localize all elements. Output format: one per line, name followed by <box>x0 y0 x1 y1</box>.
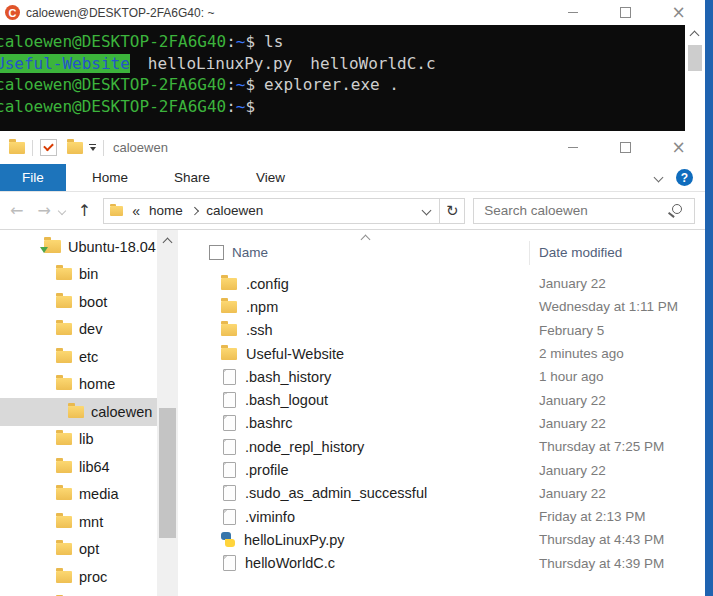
command-ls: ls <box>264 32 283 51</box>
sidebar-item-home[interactable]: home <box>0 371 157 399</box>
file-icon <box>223 439 236 455</box>
scroll-up-icon[interactable] <box>690 31 700 41</box>
file-row[interactable]: .profile January 22 <box>178 458 705 481</box>
close-button[interactable]: × <box>652 0 705 25</box>
app-folder-icon <box>9 142 25 154</box>
terminal-output[interactable]: caloewen@DESKTOP-2FA6G40:~$ls Useful-Web… <box>0 25 685 131</box>
search-input[interactable] <box>482 202 666 219</box>
file-row[interactable]: .node_repl_history Thursday at 7:25 PM <box>178 435 705 458</box>
folder-icon <box>56 461 72 473</box>
file-row[interactable]: .ssh February 5 <box>178 319 705 342</box>
up-button[interactable]: ↑ <box>78 203 91 219</box>
file-row[interactable]: .viminfo Friday at 2:13 PM <box>178 505 705 528</box>
qat-new-folder-button[interactable] <box>67 142 83 154</box>
file-icon <box>223 555 236 571</box>
close-button[interactable]: × <box>652 131 705 164</box>
file-row[interactable]: .bashrc January 22 <box>178 412 705 435</box>
select-all-checkbox[interactable] <box>209 245 224 260</box>
folder-icon <box>221 301 237 313</box>
minimize-button[interactable] <box>546 131 599 164</box>
file-row[interactable]: helloWorldC.c Thursday at 4:39 PM <box>178 552 705 575</box>
help-button[interactable]: ? <box>676 169 693 186</box>
terminal-scrollbar[interactable] <box>685 25 705 131</box>
back-button[interactable]: ← <box>10 203 23 219</box>
navigation-bar: ← → ↑ « home caloewen ↻ <box>0 192 705 230</box>
terminal-title: caloewen@DESKTOP-2FA6G40: ~ <box>26 6 214 20</box>
sidebar-item-mnt[interactable]: mnt <box>0 508 157 536</box>
maximize-button[interactable] <box>599 131 652 164</box>
sidebar-item-boot[interactable]: boot <box>0 288 157 316</box>
sidebar-item-proc[interactable]: proc <box>0 563 157 591</box>
folder-icon <box>56 571 72 583</box>
qat-customize-button[interactable] <box>89 144 96 152</box>
file-icon <box>223 462 236 478</box>
file-row[interactable]: .config January 22 <box>178 272 705 295</box>
search-box[interactable] <box>473 198 695 224</box>
address-dropdown-icon[interactable] <box>422 206 432 216</box>
recent-locations-icon[interactable] <box>58 206 66 214</box>
tab-home[interactable]: Home <box>77 164 143 191</box>
column-header-date-modified[interactable]: Date modified <box>539 245 622 260</box>
sidebar-scrollbar-thumb[interactable] <box>159 408 176 538</box>
address-folder-icon <box>110 206 123 216</box>
folder-icon <box>221 278 237 290</box>
breadcrumb-home[interactable]: home <box>149 203 183 218</box>
tab-view[interactable]: View <box>241 164 300 191</box>
file-row[interactable]: .bash_history 1 hour ago <box>178 365 705 388</box>
terminal-titlebar: C caloewen@DESKTOP-2FA6G40: ~ × <box>0 0 705 25</box>
tab-share[interactable]: Share <box>159 164 225 191</box>
breadcrumb-collapse[interactable]: « <box>132 203 140 219</box>
chevron-down-icon <box>90 147 96 151</box>
terminal-app-icon: C <box>5 5 20 20</box>
minimize-button[interactable] <box>546 0 599 25</box>
column-header-name[interactable]: Name <box>232 245 268 260</box>
sidebar-item-partial[interactable] <box>0 591 157 596</box>
command-explorer: explorer.exe . <box>264 75 399 94</box>
tab-file[interactable]: File <box>0 164 66 191</box>
terminal-scrollbar-thumb[interactable] <box>688 45 702 71</box>
terminal-line-prompt-empty: caloewen@DESKTOP-2FA6G40:~$ <box>0 96 685 118</box>
ls-file-2: helloWorldC.c <box>310 54 435 73</box>
ls-file-1: helloLinuxPy.py <box>148 54 293 73</box>
address-bar[interactable]: « home caloewen ↻ <box>103 198 465 224</box>
column-separator[interactable] <box>529 241 530 265</box>
explorer-titlebar: caloewen × <box>0 131 705 164</box>
file-row[interactable]: helloLinuxPy.py Thursday at 4:43 PM <box>178 528 705 551</box>
file-icon <box>223 415 236 431</box>
address-bar-controls: ↻ <box>423 199 464 223</box>
sidebar-item-lib64[interactable]: lib64 <box>0 453 157 481</box>
folder-icon <box>56 268 72 280</box>
qat-properties-button[interactable] <box>40 139 57 156</box>
sidebar-item-caloewen[interactable]: caloewen <box>0 398 157 426</box>
explorer-body: Ubuntu-18.04 bin boot dev etc home <box>0 230 705 596</box>
file-row[interactable]: .npm Wednesday at 1:11 PM <box>178 295 705 318</box>
sidebar-item-opt[interactable]: opt <box>0 536 157 564</box>
search-icon <box>672 204 682 214</box>
sidebar-item-dev[interactable]: dev <box>0 316 157 344</box>
sidebar-scrollbar[interactable] <box>157 230 178 596</box>
sort-ascending-icon <box>361 235 371 245</box>
sidebar-item-bin[interactable]: bin <box>0 261 157 289</box>
refresh-button[interactable]: ↻ <box>439 199 464 223</box>
sidebar-item-lib[interactable]: lib <box>0 426 157 454</box>
maximize-button[interactable] <box>599 0 652 25</box>
window-title: caloewen <box>113 140 168 155</box>
list-header: Name Date modified <box>178 236 705 268</box>
file-icon <box>223 392 236 408</box>
distro-folder-icon <box>44 240 61 253</box>
expand-ribbon-icon[interactable] <box>654 173 664 183</box>
file-icon <box>223 509 236 525</box>
folder-icon <box>56 296 72 308</box>
folder-icon <box>56 378 72 390</box>
file-row[interactable]: Useful-Website 2 minutes ago <box>178 342 705 365</box>
sidebar-item-etc[interactable]: etc <box>0 343 157 371</box>
forward-button[interactable]: → <box>37 203 50 219</box>
sidebar-item-media[interactable]: media <box>0 481 157 509</box>
folder-icon <box>56 516 72 528</box>
file-row[interactable]: .sudo_as_admin_successful January 22 <box>178 482 705 505</box>
sidebar-item-ubuntu[interactable]: Ubuntu-18.04 <box>0 233 157 261</box>
file-row[interactable]: .bash_logout January 22 <box>178 388 705 411</box>
breadcrumb-current[interactable]: caloewen <box>206 203 263 218</box>
minimize-icon <box>568 12 578 13</box>
scroll-up-icon[interactable] <box>163 238 173 248</box>
